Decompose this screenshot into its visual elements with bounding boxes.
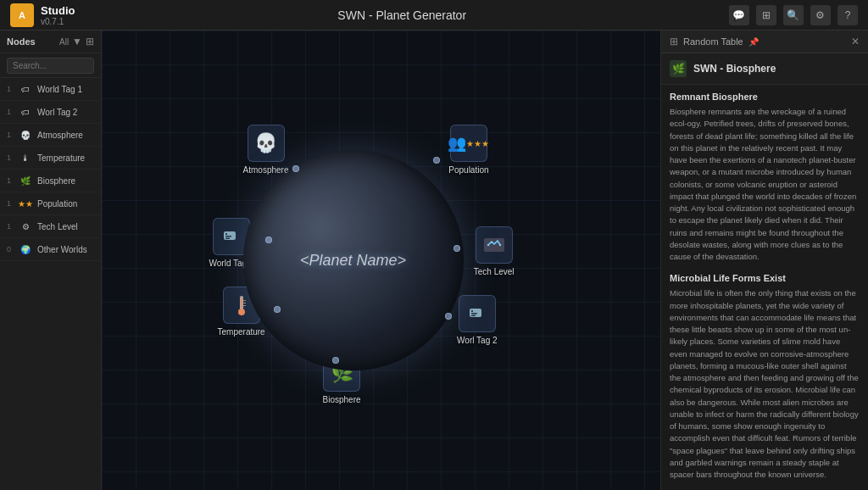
node-dot-1 (292, 165, 299, 172)
planet-container: 💀 Atmosphere 👥★★★ Population W (201, 108, 506, 413)
panel-subtitle: SWN - Biosphere (693, 63, 776, 75)
node-tech-level[interactable]: Tech Level (474, 226, 515, 276)
panel-content[interactable]: Remnant Biosphere Biosphere remnants are… (661, 85, 868, 490)
sidebar-item-biosphere[interactable]: 1 🌿 Biosphere (0, 170, 101, 192)
logo: A Studio v0.7.1 (10, 3, 75, 27)
logo-icon: A (10, 3, 34, 27)
atmosphere-icon: 💀 (19, 128, 32, 142)
world-tag-2-node-icon (459, 295, 496, 332)
sidebar-label: World Tag 1 (37, 85, 94, 94)
sidebar-filter[interactable]: All (59, 37, 69, 47)
node-dot-2 (433, 157, 440, 164)
panel-section-microbial: Microbial Life Forms Exist Microbial lif… (670, 273, 860, 481)
sidebar-add-icon[interactable]: ⊞ (86, 36, 94, 47)
settings-icon[interactable]: ⚙ (810, 5, 831, 25)
svg-rect-16 (471, 315, 476, 317)
atmosphere-node-icon: 💀 (248, 125, 285, 162)
population-node-icon: 👥★★★ (450, 125, 487, 162)
canvas-area[interactable]: 💀 Atmosphere 👥★★★ Population W (102, 31, 660, 490)
svg-rect-2 (225, 236, 231, 237)
tech-level-icon: ⚙ (19, 220, 32, 233)
panel-pin-icon[interactable]: 📌 (748, 37, 759, 47)
item-num: 1 (7, 153, 14, 162)
sidebar-item-other-worlds[interactable]: 0 🌍 Other Worlds (0, 238, 101, 261)
planet-sphere: <Planet Name> (243, 150, 464, 370)
world-tag-1-icon: 🏷 (19, 82, 32, 96)
atmosphere-node-label: Atmosphere (243, 165, 289, 175)
sidebar: Nodes All ▼ ⊞ 1 🏷 World Tag 1 1 🏷 Worl T… (0, 31, 102, 490)
svg-point-5 (487, 244, 488, 246)
panel-close-icon[interactable]: ✕ (851, 36, 860, 47)
sidebar-item-world-tag-1[interactable]: 1 🏷 World Tag 1 (0, 78, 101, 101)
sidebar-label: Biosphere (37, 176, 94, 186)
header-icons: 💬 ⊞ 🔍 ⚙ ? (729, 5, 858, 25)
biosphere-node-label: Biosphere (323, 395, 361, 404)
temperature-node-label: Temperature (218, 327, 265, 337)
panel-subheader: 🌿 SWN - Biosphere (661, 53, 868, 85)
sidebar-item-atmosphere[interactable]: 1 💀 Atmosphere (0, 124, 101, 147)
header: A Studio v0.7.1 SWN - Planet Generator 💬… (0, 0, 868, 31)
sidebar-label: Population (37, 199, 94, 209)
node-world-tag-2[interactable]: Worl Tag 2 (457, 295, 497, 345)
node-atmosphere[interactable]: 💀 Atmosphere (243, 125, 289, 175)
search-icon[interactable]: 🔍 (783, 5, 804, 25)
node-dot-7 (332, 357, 339, 364)
svg-rect-1 (225, 233, 227, 235)
sidebar-label: Tech Level (37, 222, 94, 231)
svg-rect-3 (225, 238, 230, 240)
tech-level-node-icon (476, 226, 513, 264)
item-num: 1 (7, 85, 14, 93)
sidebar-search-container (0, 53, 101, 78)
section-body-microbial: Microbial life is often the only thing t… (670, 287, 860, 481)
temperature-icon: 🌡 (19, 151, 32, 164)
table-icon: ⊞ (670, 36, 678, 47)
sidebar-label: Temperature (37, 153, 94, 163)
help-icon[interactable]: ? (837, 5, 858, 25)
panel-section-remnant: Remnant Biosphere Biosphere remnants are… (670, 92, 860, 263)
item-num: 0 (7, 245, 14, 253)
sidebar-title: Nodes (7, 36, 36, 47)
item-num: 1 (7, 131, 14, 139)
sidebar-label: Other Worlds (37, 245, 94, 254)
header-title: SWN - Planet Generator (337, 8, 466, 22)
sidebar-item-population[interactable]: 1 ★★ Population (0, 192, 101, 215)
sidebar-item-tech-level[interactable]: 1 ⚙ Tech Level (0, 215, 101, 238)
other-worlds-icon: 🌍 (19, 242, 32, 256)
panel-header-left: ⊞ Random Table 📌 (670, 36, 759, 47)
logo-text: Studio (41, 4, 75, 17)
item-num: 1 (7, 222, 14, 231)
logo-text-group: Studio v0.7.1 (41, 4, 75, 26)
panel-sub-icon: 🌿 (670, 60, 687, 77)
main-layout: Nodes All ▼ ⊞ 1 🏷 World Tag 1 1 🏷 Worl T… (0, 31, 868, 490)
panel-header-label: Random Table (683, 36, 743, 47)
sidebar-label: Atmosphere (37, 131, 94, 140)
sidebar-dropdown-icon[interactable]: ▼ (72, 36, 82, 47)
svg-point-6 (498, 244, 500, 246)
item-num: 1 (7, 176, 14, 185)
svg-rect-10 (243, 300, 246, 301)
sidebar-label: Worl Tag 2 (37, 108, 94, 117)
search-input[interactable] (7, 58, 94, 74)
logo-version: v0.7.1 (41, 17, 75, 26)
sidebar-item-temperature[interactable]: 1 🌡 Temperature (0, 147, 101, 170)
section-title-microbial: Microbial Life Forms Exist (670, 273, 860, 283)
item-num: 1 (7, 199, 14, 208)
sidebar-item-world-tag-2[interactable]: 1 🏷 Worl Tag 2 (0, 101, 101, 124)
chat-icon[interactable]: 💬 (729, 5, 749, 25)
population-node-label: Population (448, 165, 488, 175)
svg-rect-12 (243, 305, 246, 306)
node-population[interactable]: 👥★★★ Population (448, 125, 488, 175)
tech-level-node-label: Tech Level (474, 267, 515, 276)
sidebar-header: Nodes All ▼ ⊞ (0, 31, 101, 53)
node-dot-4 (453, 245, 460, 252)
node-dot-3 (265, 237, 272, 243)
panel-header: ⊞ Random Table 📌 ✕ (661, 31, 868, 53)
grid-icon[interactable]: ⊞ (756, 5, 776, 25)
svg-point-8 (238, 309, 245, 315)
planet-name: <Planet Name> (300, 252, 406, 270)
section-body-remnant: Biosphere remnants are the wreckage of a… (670, 106, 860, 263)
svg-rect-15 (471, 313, 477, 315)
population-icon: ★★ (19, 197, 32, 210)
right-panel: ⊞ Random Table 📌 ✕ 🌿 SWN - Biosphere Rem… (660, 31, 868, 490)
svg-rect-14 (471, 310, 473, 312)
